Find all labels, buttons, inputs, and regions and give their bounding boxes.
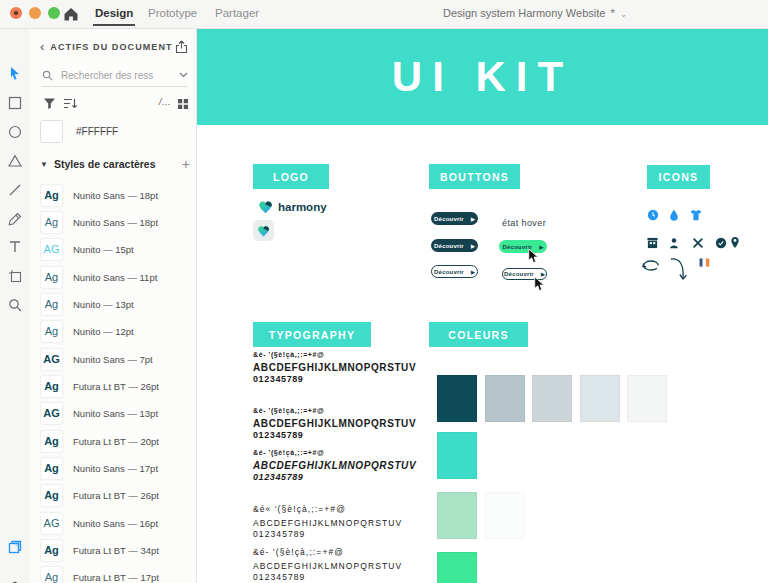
style-specimen: AG <box>40 402 63 425</box>
type-specimen[interactable]: &é- '(§è!çà,;:=+#@ ABCDEFGHIJKLMNOPQRSTU… <box>253 449 423 482</box>
style-row[interactable]: Ag Nunito — 12pt <box>40 319 192 343</box>
style-name: Nunito — 12pt <box>73 326 134 337</box>
section-label-buttons[interactable]: BOUTTONS <box>429 164 520 189</box>
style-specimen: Ag <box>40 539 63 562</box>
export-icon[interactable] <box>175 40 188 54</box>
search-input[interactable]: Rechercher des ress <box>42 64 188 87</box>
sort-icon[interactable] <box>63 96 78 114</box>
button-primary[interactable]: Découvrir▶ <box>431 239 478 252</box>
line-tool-icon[interactable] <box>8 183 22 197</box>
curve-arrow-icon[interactable] <box>669 256 691 282</box>
specimen-symbols: &é- '(§è!çà,;:=+#@ <box>253 449 423 456</box>
color-swatch[interactable] <box>437 552 477 583</box>
style-row[interactable]: Ag Nunito — 13pt <box>40 292 192 316</box>
cursor-pointer-icon <box>533 276 545 293</box>
style-row[interactable]: Ag Nunito Sans — 18pt <box>40 183 192 207</box>
style-specimen: Ag <box>40 320 63 343</box>
specimen-symbols: &é« '(§è!çà,;:=+#@ <box>253 504 423 514</box>
type-specimen[interactable]: &é- '(§è!çà,;:=+#@ ABCDEFGHIJKLMNOPQRSTU… <box>253 351 423 384</box>
polygon-tool-icon[interactable] <box>8 154 22 168</box>
style-row[interactable]: Ag Futura Lt BT — 17pt <box>40 565 192 583</box>
ui-kit-title[interactable]: UI KIT <box>392 53 573 101</box>
hero-band[interactable]: UI KIT <box>197 28 768 125</box>
color-swatch[interactable] <box>627 375 667 422</box>
style-row[interactable]: Ag Futura Lt BT — 26pt <box>40 374 192 398</box>
back-chevron-icon[interactable]: ‹ <box>40 41 44 53</box>
color-swatch[interactable] <box>437 432 477 479</box>
document-title[interactable]: Design system Harmony Website*⌄ <box>443 0 627 27</box>
type-specimen[interactable]: &é- '(§è!çà,;:=+#@ ABCDEFGHIJKLMNOPQRSTU… <box>253 407 423 440</box>
style-specimen: Ag <box>40 266 63 289</box>
section-label-colors[interactable]: COLEURS <box>429 322 528 347</box>
type-specimen[interactable]: &é« '(§è!çà,;:=+#@ ABCDEFGHIJKLMNOPQRSTU… <box>253 504 423 539</box>
document-title-text: Design system Harmony Website <box>443 7 605 19</box>
chevron-down-icon: ⌄ <box>620 9 628 19</box>
store-icon[interactable] <box>646 237 659 249</box>
style-row[interactable]: AG Nunito Sans — 13pt <box>40 401 192 425</box>
style-row[interactable]: AG Nunito — 15pt <box>40 237 192 261</box>
tab-design[interactable]: Design <box>95 0 133 27</box>
grid-view-icon[interactable] <box>177 96 189 114</box>
style-name: Nunito Sans — 16pt <box>73 518 158 529</box>
style-row[interactable]: Ag Futura Lt BT — 26pt <box>40 483 192 507</box>
section-caret-icon[interactable]: ▼ <box>40 160 48 169</box>
style-row[interactable]: Ag Futura Lt BT — 34pt <box>40 538 192 562</box>
section-label-logo[interactable]: LOGO <box>253 164 329 189</box>
text-tool-icon[interactable] <box>8 240 22 254</box>
list-view-icon[interactable]: /... <box>159 97 171 107</box>
specimen-caps: ABCDEFGHIJKLMNOPQRSTUV <box>253 518 423 528</box>
minimize-button[interactable] <box>29 7 41 19</box>
flag-icon[interactable] <box>699 258 710 267</box>
style-row[interactable]: Ag Futura Lt BT — 20pt <box>40 429 192 453</box>
type-specimen[interactable]: &é- '(§è!çà,;:=+#@ ABCDEFGHIJKLMNOPQRSTU… <box>253 547 423 582</box>
section-label-typography[interactable]: TYPOGRAPHY <box>253 322 371 347</box>
color-swatch[interactable] <box>437 375 477 422</box>
section-label-icons[interactable]: ICONS <box>647 165 710 189</box>
logo-lockup[interactable]: harmony <box>258 200 327 214</box>
select-tool-icon[interactable] <box>8 66 22 80</box>
pen-tool-icon[interactable] <box>8 212 22 226</box>
drop-icon[interactable] <box>668 209 680 221</box>
filter-icon[interactable] <box>43 96 56 114</box>
clock-icon[interactable] <box>647 209 659 221</box>
style-row[interactable]: Ag Nunito Sans — 18pt <box>40 210 192 234</box>
arrow-right-icon: ▶ <box>471 216 475 222</box>
tab-partager[interactable]: Partager <box>215 0 259 27</box>
style-row[interactable]: AG Nunito Sans — 16pt <box>40 511 192 535</box>
style-name: Nunito Sans — 11pt <box>73 272 157 283</box>
style-name: Futura Lt BT — 34pt <box>73 545 159 556</box>
rectangle-tool-icon[interactable] <box>8 96 22 110</box>
logo-app-tile[interactable] <box>253 220 274 241</box>
color-asset-row[interactable]: #FFFFFF <box>40 120 118 143</box>
home-icon[interactable] <box>63 6 79 22</box>
style-row[interactable]: Ag Nunito Sans — 17pt <box>40 456 192 480</box>
undo-arrow-icon[interactable] <box>641 259 661 272</box>
close-button[interactable] <box>10 7 22 19</box>
button-label: Découvrir <box>434 243 464 249</box>
pin-icon[interactable] <box>730 236 740 249</box>
specimen-digits: 012345789 <box>253 472 423 482</box>
color-swatch[interactable] <box>532 375 572 422</box>
tools-icon[interactable] <box>692 237 704 249</box>
style-row[interactable]: Ag Nunito Sans — 11pt <box>40 265 192 289</box>
tshirt-icon[interactable] <box>690 209 702 221</box>
color-swatch[interactable] <box>580 375 620 422</box>
button-hover[interactable]: Découvrir▶ <box>499 240 547 253</box>
button-secondary[interactable]: Découvrir▶ <box>431 265 478 278</box>
search-chevron-down-icon[interactable] <box>179 72 188 78</box>
design-canvas[interactable]: UI KIT LOGO BOUTTONS ICONS TYPOGRAPHY CO… <box>197 28 768 583</box>
ellipse-tool-icon[interactable] <box>8 125 22 139</box>
artboard-tool-icon[interactable] <box>8 269 22 283</box>
color-swatch[interactable] <box>437 492 477 539</box>
assets-panel-icon[interactable] <box>8 540 22 554</box>
zoom-tool-icon[interactable] <box>8 298 22 312</box>
color-swatch[interactable] <box>485 492 525 539</box>
tab-prototype[interactable]: Prototype <box>148 0 197 27</box>
check-circle-icon[interactable] <box>715 237 727 249</box>
color-swatch[interactable] <box>485 375 525 422</box>
button-primary[interactable]: Découvrir▶ <box>431 212 478 225</box>
zoom-button[interactable] <box>48 7 60 19</box>
user-icon[interactable] <box>668 237 680 249</box>
style-row[interactable]: AG Nunito Sans — 7pt <box>40 347 192 371</box>
add-style-icon[interactable]: + <box>182 156 190 172</box>
